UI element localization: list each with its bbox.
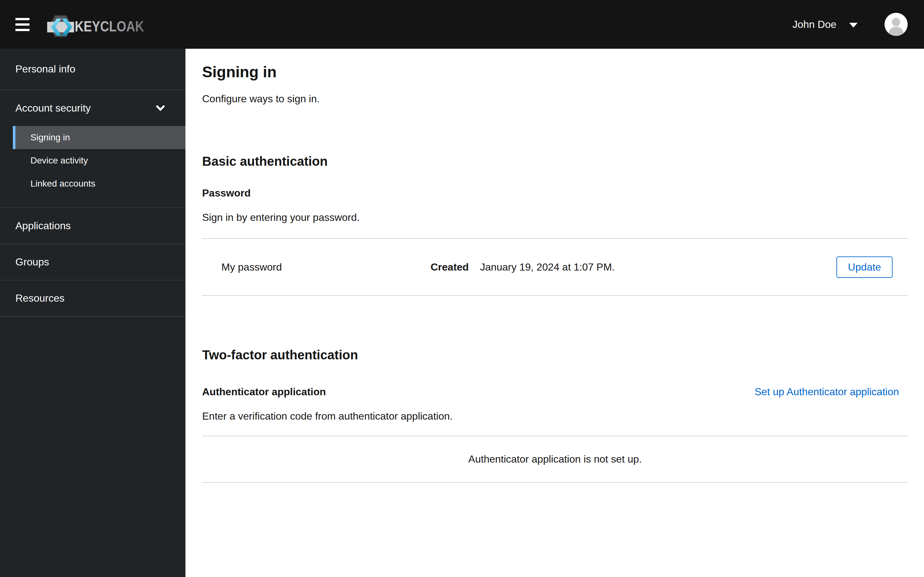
sidebar-item-label: Device activity: [31, 155, 88, 166]
sidebar-item-label: Applications: [15, 220, 71, 232]
password-row-label: My password: [221, 261, 431, 273]
hamburger-bar: [15, 23, 29, 26]
created-label: Created: [431, 261, 469, 273]
caret-down-icon: [849, 23, 858, 27]
header: KEYCLOAK John Doe: [0, 0, 924, 49]
keycloak-wordmark: KEYCLOAK: [75, 18, 144, 35]
user-menu[interactable]: John Doe: [792, 19, 858, 31]
sidebar-item-groups[interactable]: Groups: [0, 244, 186, 280]
authenticator-empty-state: Authenticator application is not set up.: [202, 436, 908, 483]
avatar[interactable]: [885, 13, 908, 36]
two-factor-title: Two-factor authentication: [202, 347, 908, 363]
sidebar-item-label: Groups: [15, 256, 49, 268]
hamburger-bar: [15, 18, 29, 20]
setup-authenticator-link[interactable]: Set up Authenticator application: [754, 386, 899, 398]
password-created-meta: Created January 19, 2024 at 1:07 PM.: [431, 261, 615, 273]
basic-authentication-section: Basic authentication Password Sign in by…: [202, 153, 908, 296]
sidebar-item-account-security[interactable]: Account security: [0, 90, 186, 126]
user-avatar-icon: [885, 13, 908, 36]
sidebar-item-resources[interactable]: Resources: [0, 280, 186, 316]
two-factor-section: Two-factor authentication Authenticator …: [202, 347, 908, 483]
main-content: Signing in Configure ways to sign in. Ba…: [186, 49, 924, 577]
keycloak-logo[interactable]: KEYCLOAK: [47, 11, 147, 37]
sidebar-item-label: Personal info: [15, 63, 75, 75]
password-description: Sign in by entering your password.: [202, 211, 908, 224]
password-title: Password: [202, 187, 908, 199]
sidebar-item-applications[interactable]: Applications: [0, 208, 186, 243]
basic-authentication-title: Basic authentication: [202, 153, 908, 169]
sidebar-item-label: Account security: [15, 102, 91, 114]
sidebar-fill: [0, 317, 186, 577]
created-value: January 19, 2024 at 1:07 PM.: [480, 261, 615, 273]
page-subtitle: Configure ways to sign in.: [202, 92, 908, 106]
hamburger-bar: [15, 29, 29, 31]
page-title: Signing in: [202, 63, 908, 81]
authenticator-header: Authenticator application Set up Authent…: [202, 386, 908, 398]
user-name: John Doe: [792, 19, 837, 31]
password-row: My password Created January 19, 2024 at …: [202, 238, 908, 296]
authenticator-description: Enter a verification code from authentic…: [202, 410, 908, 423]
sidebar-item-label: Signing in: [31, 132, 70, 143]
keycloak-logo-graphic: KEYCLOAK: [47, 11, 147, 37]
sidebar-item-device-activity[interactable]: Device activity: [13, 149, 186, 172]
authenticator-title: Authenticator application: [202, 386, 326, 398]
sidebar: Personal info Account security Signing i…: [0, 49, 186, 577]
sidebar-item-label: Resources: [15, 292, 65, 304]
shell: Personal info Account security Signing i…: [0, 49, 924, 577]
update-password-button[interactable]: Update: [837, 256, 893, 278]
sidebar-item-personal-info[interactable]: Personal info: [0, 49, 186, 89]
app-root: KEYCLOAK John Doe Personal info: [0, 0, 924, 577]
authenticator-empty-text: Authenticator application is not set up.: [468, 453, 642, 465]
sidebar-item-linked-accounts[interactable]: Linked accounts: [13, 172, 186, 195]
sidebar-item-label: Linked accounts: [31, 179, 95, 189]
chevron-down-icon: [156, 102, 165, 111]
account-security-subnav: Signing in Device activity Linked accoun…: [0, 126, 186, 207]
hamburger-menu-icon[interactable]: [15, 18, 29, 31]
sidebar-item-signing-in[interactable]: Signing in: [13, 126, 186, 149]
